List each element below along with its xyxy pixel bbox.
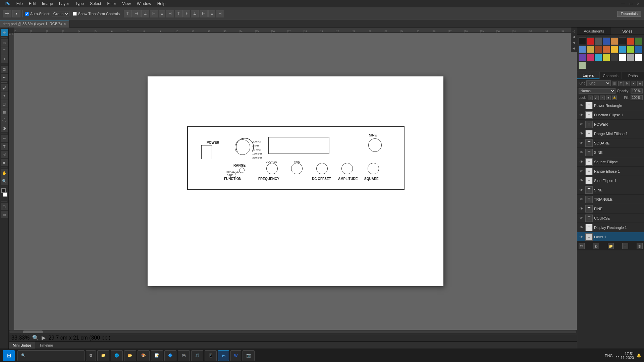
show-transform-checkbox[interactable] [73, 12, 77, 16]
blur-tool[interactable]: ◯ [1, 116, 8, 124]
opacity-input[interactable] [631, 88, 643, 94]
collapse-btn-3[interactable]: ◀ [571, 40, 576, 45]
file-manager-btn[interactable]: 📂 [124, 350, 136, 361]
word-btn[interactable]: W [230, 350, 241, 361]
app6-btn[interactable]: 📱 [205, 350, 217, 361]
fill-input[interactable] [631, 95, 643, 100]
layer-row-triangle-text[interactable]: 👁 T TRIANGLE [577, 195, 644, 204]
filter-toggle[interactable]: ☰ [612, 81, 617, 86]
swatch-2[interactable] [595, 38, 602, 45]
blend-mode-dropdown[interactable]: Normal [579, 88, 615, 94]
filter-btn-4[interactable]: ★ [637, 81, 643, 86]
essentials-button[interactable]: Essentials [617, 11, 641, 17]
move-tool-icon[interactable]: ✛ [3, 10, 11, 17]
course-knob[interactable] [266, 163, 278, 174]
filter-btn-2[interactable]: fx [625, 81, 630, 86]
swatch-10[interactable] [595, 46, 602, 53]
gradient-tool[interactable]: ▦ [1, 108, 8, 116]
task-view-btn[interactable]: ⧉ [86, 350, 96, 361]
distribute-top[interactable]: ⊤ [175, 10, 183, 17]
swatch-14[interactable] [627, 46, 634, 53]
menu-help[interactable]: Help [155, 1, 168, 7]
distribute-h[interactable]: ≡ [208, 10, 215, 17]
sine-output-knob[interactable] [368, 138, 382, 152]
timeline-tab[interactable]: Timeline [35, 342, 57, 349]
eraser-tool[interactable]: ◻ [1, 100, 8, 108]
swatch-7[interactable] [635, 38, 642, 45]
swatch-1[interactable] [587, 38, 594, 45]
dodge-tool[interactable]: ◑ [1, 124, 8, 132]
notification-icon[interactable]: 🔔 [637, 353, 641, 358]
eye-icon-func-ellipse[interactable]: 👁 [579, 112, 584, 118]
start-button[interactable]: ⊞ [3, 350, 15, 361]
channels-tab[interactable]: Channels [600, 72, 622, 79]
hand-tool[interactable]: ✋ [1, 169, 8, 177]
eye-icon-range-mini[interactable]: 👁 [579, 131, 584, 136]
menu-image[interactable]: Image [39, 1, 56, 7]
document-canvas[interactable]: POWER 200 Hz 2 kHz 22 kHz [148, 76, 443, 286]
swatch-22[interactable] [627, 54, 634, 61]
lock-image[interactable]: 🖌 [594, 96, 599, 100]
layer-row-sine-text2[interactable]: 👁 T SINE [577, 185, 644, 195]
move-tool[interactable]: ✛ [1, 29, 8, 36]
amplitude-knob[interactable] [341, 163, 353, 174]
artboard-tool[interactable]: ▼ [12, 10, 20, 17]
document-tab[interactable]: freq.psd @ 33,3% (Layer 1, RGB/8) × [0, 20, 69, 27]
swatch-3[interactable] [603, 38, 610, 45]
canvas-container[interactable]: POWER 200 Hz 2 kHz 22 kHz [14, 33, 577, 330]
lock-position[interactable]: + [600, 96, 605, 100]
swatch-13[interactable] [619, 46, 626, 53]
menu-view[interactable]: View [119, 1, 133, 7]
minimize-button[interactable]: — [619, 1, 627, 6]
photoshop-btn[interactable]: Ps [218, 350, 229, 361]
layer-row-display-rect[interactable]: 👁 □ Display Rectangle 1 [577, 223, 644, 232]
close-button[interactable]: × [635, 1, 641, 6]
swatch-8[interactable] [579, 46, 586, 53]
collapse-btn-4[interactable]: ◀ [571, 46, 576, 51]
styles-tab[interactable]: Styles [611, 27, 644, 35]
layer-row-func-ellipse[interactable]: 👁 ○ Function Ellipse 1 [577, 110, 644, 120]
align-left[interactable]: ⊢ [150, 10, 158, 17]
app2-btn[interactable]: 📝 [151, 350, 163, 361]
edge-btn[interactable]: 🌐 [111, 350, 123, 361]
app1-btn[interactable]: 🎨 [138, 350, 150, 361]
filter-btn-1[interactable]: T [618, 81, 624, 86]
auto-select-dropdown[interactable]: Group Layer [52, 11, 69, 16]
menu-file[interactable]: File [14, 1, 25, 7]
eye-icon-power-text[interactable]: 👁 [579, 122, 584, 127]
delete-layer-btn[interactable]: 🗑 [637, 243, 643, 249]
eye-icon-course-text[interactable]: 👁 [579, 216, 584, 221]
add-mask-btn[interactable]: ◐ [593, 243, 599, 249]
menu-filter[interactable]: Filter [104, 1, 119, 7]
kind-dropdown[interactable]: Kind [586, 80, 611, 86]
distribute-v[interactable]: ⊧ [183, 10, 190, 17]
swatch-17[interactable] [587, 54, 594, 61]
clone-stamp[interactable]: ✦ [1, 92, 8, 100]
camera-btn[interactable]: 📷 [243, 350, 255, 361]
menu-window[interactable]: Window [134, 1, 154, 7]
crop-tool[interactable]: ⊡ [1, 66, 8, 73]
swatch-9[interactable] [587, 46, 594, 53]
mini-bridge-tab[interactable]: Mini Bridge [9, 342, 35, 349]
swatch-21[interactable] [619, 54, 626, 61]
magic-wand-tool[interactable]: ✦ [1, 55, 8, 63]
scroll-thumb[interactable] [23, 330, 43, 333]
menu-edit[interactable]: Edit [26, 1, 39, 7]
filter-btn-3[interactable]: ● [631, 81, 636, 86]
adjustments-tab[interactable]: Adjustments [577, 27, 611, 35]
layer-row-power-text[interactable]: 👁 T POWER [577, 120, 644, 129]
swatch-15[interactable] [635, 46, 642, 53]
paths-tab[interactable]: Paths [622, 72, 644, 79]
layer-row-square-text[interactable]: 👁 T SQUARE [577, 138, 644, 148]
screen-mode[interactable]: ◻ [1, 203, 8, 210]
pen-tool[interactable]: ✏ [1, 135, 8, 142]
layer-row-range-ellipse[interactable]: 👁 ○ Range Ellipse 1 [577, 167, 644, 176]
play-icon[interactable]: ▶ [42, 335, 46, 341]
swatch-20[interactable] [611, 54, 618, 61]
new-group-btn[interactable]: 📁 [608, 243, 614, 249]
app-logo[interactable]: Ps [3, 1, 13, 7]
layer-row-course-text[interactable]: 👁 T COURSE [577, 214, 644, 223]
lasso-tool[interactable]: ⌒ [1, 47, 8, 55]
swatch-6[interactable] [627, 38, 634, 45]
layer-row-fine-text[interactable]: 👁 T FINE [577, 204, 644, 214]
